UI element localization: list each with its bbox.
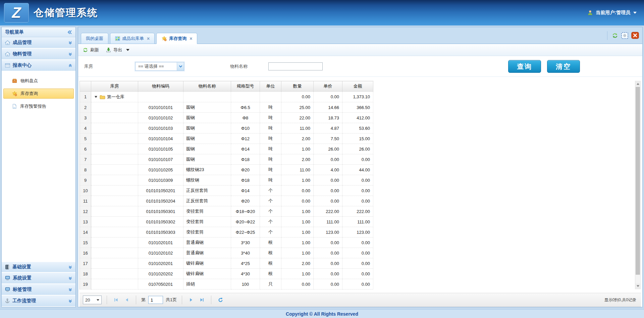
prev-page-button[interactable] <box>123 296 131 304</box>
cell-warehouse <box>91 144 138 154</box>
cell-material-code: 0101010102 <box>138 113 183 123</box>
column-header[interactable]: 规格型号 <box>231 81 260 92</box>
table-row[interactable]: 180101020202镀锌扁钢4*30根1.000.000.00 <box>80 269 373 279</box>
table-row[interactable]: 50101010104圆钢Φ12吨2.007.5015.00 <box>80 134 373 144</box>
tab-close-icon[interactable]: × <box>147 36 150 41</box>
cell-unit-price: 0.00 <box>314 92 342 102</box>
cell-quantity: 1.00 <box>281 206 314 217</box>
column-header[interactable]: 单价 <box>314 81 342 92</box>
page-size-select[interactable]: 20 <box>83 296 102 304</box>
table-row[interactable]: 13010101050302变径套筒Φ20~Φ22个1.00111.00111.… <box>80 217 373 227</box>
column-header[interactable]: 数量 <box>281 81 314 92</box>
cell-unit: 吨 <box>260 102 281 113</box>
table-row[interactable]: 70101010107圆钢Φ18吨2.000.000.00 <box>80 154 373 165</box>
sidebar-collapse-icon[interactable] <box>67 30 72 34</box>
cell-amount: 0.00 <box>342 269 373 279</box>
first-page-button[interactable] <box>112 296 120 304</box>
table-row[interactable]: 11010101050204正反丝套筒Φ20个0.000.000.00 <box>80 196 373 206</box>
sidebar-item-inventory-warning-report[interactable]: 库存预警报告 <box>3 101 74 111</box>
table-row[interactable]: 10010101050201正反丝套筒Φ14个0.000.000.00 <box>80 186 373 196</box>
cell-material-code: 0101010205 <box>138 165 183 175</box>
vertical-scrollbar[interactable] <box>635 81 641 289</box>
sidebar-group-label: 系统设置 <box>13 275 32 281</box>
cell-row-number: 19 <box>80 279 91 289</box>
close-panel-icon[interactable] <box>631 32 639 39</box>
clear-button[interactable]: 清空 <box>547 60 580 73</box>
warehouse-select[interactable]: == 请选择 == <box>135 62 184 71</box>
cell-row-number: 1 <box>80 92 91 102</box>
sidebar-group-system-settings[interactable]: 系统设置 <box>2 273 75 284</box>
page-number-input[interactable] <box>148 296 163 304</box>
table-row[interactable]: 170101020201镀锌扁钢4*25根2.000.000.00 <box>80 258 373 269</box>
scrollbar-thumb[interactable] <box>636 87 640 275</box>
column-header[interactable]: 物料名称 <box>183 81 231 92</box>
cell-material-code: 010101050301 <box>138 206 183 217</box>
table-row[interactable]: 60101010105圆钢Φ14吨1.0026.0026.00 <box>80 144 373 154</box>
query-button[interactable]: 查询 <box>508 60 541 73</box>
column-header[interactable]: 物料编码 <box>138 81 183 92</box>
cell-quantity: 25.00 <box>281 102 314 113</box>
sidebar-group-label: 基础设置 <box>12 264 31 270</box>
cell-unit: 根 <box>260 248 281 258</box>
cell-material-name: 正反丝套筒 <box>183 186 231 196</box>
table-group-row[interactable]: 1第一仓库0.000.001,373.10 <box>80 92 373 102</box>
cell-unit: 个 <box>260 196 281 206</box>
maximize-icon[interactable] <box>621 32 628 39</box>
cell-amount: 123.00 <box>342 227 373 237</box>
tab-close-icon[interactable]: × <box>190 36 192 41</box>
tab-inventory-query[interactable]: 库存查询 × <box>156 33 197 44</box>
table-row[interactable]: 90101010309螺纹钢Φ18吨1.000.000.00 <box>80 175 373 186</box>
scroll-up-icon[interactable] <box>635 81 640 87</box>
sidebar-item-material-stocktake[interactable]: 物料盘点 <box>3 76 74 86</box>
table-row[interactable]: 80101010205螺纹钢23Φ20吨11.004.0044.00 <box>80 165 373 175</box>
cell-spec-model: Φ20~Φ22 <box>231 217 260 227</box>
table-row[interactable]: 190107050201插销100只0.000.000.00 <box>80 279 373 289</box>
last-page-button[interactable] <box>198 296 206 304</box>
table-row[interactable]: 30101010102圆钢Φ8吨22.0018.73412.00 <box>80 113 373 123</box>
refresh-button[interactable]: 刷新 <box>83 47 99 53</box>
current-user-menu[interactable]: 当前用户:管理员 <box>587 10 637 16</box>
table-row[interactable]: 40101010103圆钢Φ10吨11.004.8753.60 <box>80 123 373 134</box>
cell-unit-price: 222.00 <box>314 206 342 217</box>
table-row[interactable]: 150101020101普通扁钢3*30根1.000.000.00 <box>80 237 373 248</box>
sidebar-group-report-center[interactable]: 报表中心 <box>2 60 75 71</box>
column-header[interactable]: 库房 <box>91 81 138 92</box>
table-row[interactable]: 12010101050301变径套筒Φ18~Φ20个1.00222.00222.… <box>80 206 373 217</box>
chevron-double-down-icon <box>68 276 72 280</box>
tab-outbound-order[interactable]: 成品出库单 × <box>110 33 155 44</box>
sidebar-group-product-mgmt[interactable]: 成品管理 <box>2 37 75 49</box>
chevron-down-icon[interactable] <box>177 62 184 70</box>
cell-material-name: 插销 <box>183 279 231 289</box>
cell-amount: 0.00 <box>342 154 373 165</box>
sidebar-group-workflow-mgmt[interactable]: 工作流管理 <box>2 296 75 307</box>
next-page-button[interactable] <box>187 296 195 304</box>
tab-my-desktop[interactable]: 我的桌面 <box>81 33 108 44</box>
cell-row-number: 15 <box>80 237 91 248</box>
cell-warehouse <box>91 217 138 227</box>
table-row[interactable]: 160101020102普通扁钢3*40根1.000.000.00 <box>80 248 373 258</box>
sidebar-item-inventory-query[interactable]: 库存查询 <box>3 89 74 99</box>
logo-letter: Z <box>12 5 21 20</box>
cell-quantity: 11.00 <box>281 123 314 134</box>
cell-quantity: 22.00 <box>281 113 314 123</box>
column-header[interactable]: 单位 <box>260 81 281 92</box>
column-header[interactable]: 金额 <box>342 81 373 92</box>
sidebar-group-basic-settings[interactable]: 基础设置 <box>2 261 75 273</box>
table-row[interactable]: 20101010101圆钢Φ6.5吨25.0014.66366.50 <box>80 102 373 113</box>
cell-warehouse <box>91 154 138 165</box>
medal-icon <box>161 36 167 41</box>
scroll-down-icon[interactable] <box>635 283 640 289</box>
cell-material-code <box>138 92 183 102</box>
material-name-input[interactable] <box>268 62 323 70</box>
cell-unit-price: 0.00 <box>314 186 342 196</box>
table-row[interactable]: 14010101050303变径套筒Φ22~Φ25个1.00123.00123.… <box>80 227 373 237</box>
sidebar-group-label-mgmt[interactable]: 标签管理 <box>2 284 75 296</box>
refresh-tabs-icon[interactable] <box>612 33 618 39</box>
export-button[interactable]: 导出 <box>106 47 129 53</box>
record-count-info: 显示0到0,共0记录 <box>604 297 638 303</box>
cell-unit: 吨 <box>260 154 281 165</box>
sidebar-group-material-mgmt[interactable]: 物料管理 <box>2 49 75 60</box>
reload-grid-icon[interactable] <box>216 296 224 304</box>
cell-quantity: 1.00 <box>281 237 314 248</box>
collapse-triangle-icon[interactable] <box>95 96 97 98</box>
